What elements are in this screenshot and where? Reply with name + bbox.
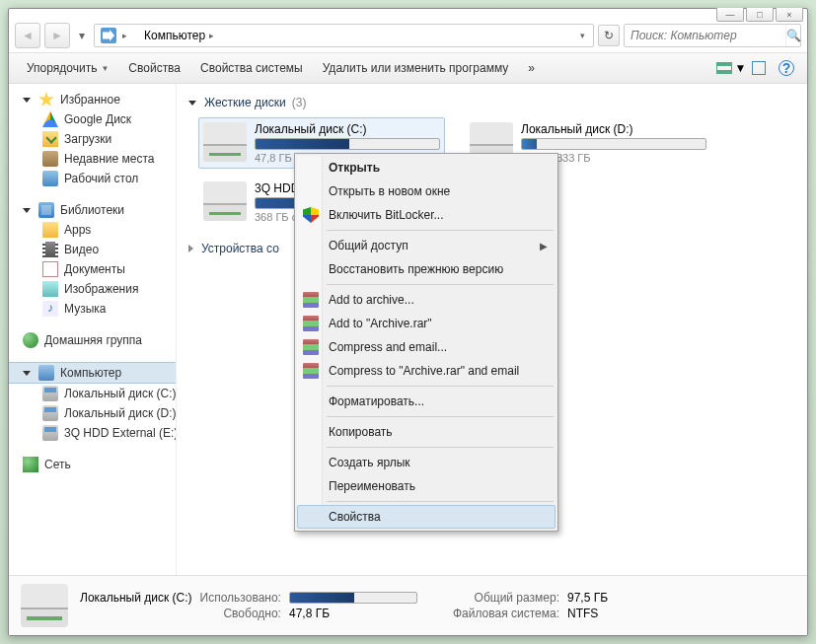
expand-icon — [188, 245, 193, 252]
ctx-share[interactable]: Общий доступ▶ — [297, 234, 556, 257]
search-input[interactable] — [625, 29, 785, 42]
separator — [327, 230, 554, 231]
breadcrumb-item[interactable]: Компьютер — [144, 29, 205, 42]
ctx-copy[interactable]: Копировать — [297, 420, 556, 444]
sidebar-item-images[interactable]: Изображения — [9, 279, 176, 299]
ctx-add-archive[interactable]: Add to archive... — [297, 288, 556, 312]
chevron-right-icon: ▸ — [205, 31, 218, 40]
document-icon — [42, 261, 58, 277]
address-dropdown[interactable]: ▾ — [576, 31, 589, 40]
ctx-create-shortcut[interactable]: Создать ярлык — [297, 451, 556, 474]
total-label: Общий размер: — [453, 591, 559, 605]
context-menu: Открыть Открыть в новом окне Включить Bi… — [294, 153, 558, 532]
ctx-restore-version[interactable]: Восстановить прежнюю версию — [297, 257, 556, 281]
sidebar-item-video[interactable]: Видео — [9, 240, 176, 259]
sidebar-item-gdrive[interactable]: Google Диск — [9, 109, 176, 129]
drive-label: Локальный диск (D:) — [521, 122, 706, 136]
drive-label: Локальный диск (C:) — [255, 122, 440, 136]
separator — [327, 386, 554, 387]
star-icon — [38, 92, 54, 107]
hdd-icon — [42, 405, 58, 421]
gdrive-icon — [42, 111, 58, 127]
usage-bar — [289, 592, 417, 604]
more-commands[interactable]: » — [520, 57, 543, 79]
usage-fill — [290, 593, 354, 603]
sidebar-item-recent[interactable]: Недавние места — [9, 149, 176, 169]
ctx-add-to-rar[interactable]: Add to "Archive.rar" — [297, 312, 556, 335]
refresh-button[interactable]: ↻ — [598, 25, 620, 46]
folder-icon — [42, 222, 58, 238]
titlebar: — □ × — [9, 8, 807, 19]
hdd-icon — [21, 584, 68, 627]
ctx-open[interactable]: Открыть — [297, 156, 556, 179]
history-dropdown[interactable]: ▾ — [74, 29, 90, 42]
sidebar-item-apps[interactable]: Apps — [9, 220, 176, 240]
separator — [327, 501, 554, 502]
homegroup-icon — [23, 332, 38, 348]
sidebar-item-drive-e[interactable]: 3Q HDD External (E:) — [9, 423, 176, 443]
collapse-icon — [23, 371, 31, 376]
computer-icon — [38, 365, 54, 381]
usage-fill — [522, 139, 537, 149]
downloads-icon — [42, 131, 58, 147]
hdd-icon — [42, 425, 58, 441]
sidebar-item-desktop[interactable]: Рабочий стол — [9, 169, 176, 188]
navigation-pane: Избранное Google Диск Загрузки Недавние … — [9, 84, 177, 575]
back-button[interactable]: ◄ — [15, 23, 40, 48]
sidebar-item-downloads[interactable]: Загрузки — [9, 129, 176, 149]
sidebar-item-drive-c[interactable]: Локальный диск (C:) — [9, 384, 176, 403]
desktop-icon — [42, 171, 58, 186]
hdd-icon — [203, 122, 247, 162]
ctx-compress-rar-email[interactable]: Compress to "Archive.rar" and email — [297, 359, 556, 383]
fs-label: Файловая система: — [453, 607, 559, 620]
help-button[interactable]: ? — [776, 57, 797, 79]
winrar-icon — [303, 363, 319, 379]
help-icon: ? — [779, 60, 794, 76]
ctx-open-new-window[interactable]: Открыть в новом окне — [297, 179, 556, 203]
computer-node[interactable]: Компьютер — [9, 362, 176, 384]
address-bar[interactable]: ▸ Компьютер▸ ▾ — [94, 24, 594, 47]
details-pane: Локальный диск (C:) Использовано: Общий … — [9, 575, 807, 635]
view-mode-button[interactable]: ▼ — [720, 57, 742, 79]
properties-button[interactable]: Свойства — [120, 57, 188, 79]
library-icon — [38, 202, 54, 218]
winrar-icon — [303, 339, 319, 355]
homegroup-node[interactable]: Домашняя группа — [9, 330, 176, 350]
preview-icon — [752, 61, 766, 75]
separator — [327, 416, 554, 417]
collapse-icon — [23, 98, 31, 103]
ctx-format[interactable]: Форматировать... — [297, 390, 556, 413]
hdd-icon — [203, 181, 247, 221]
sidebar-item-drive-d[interactable]: Локальный диск (D:) — [9, 403, 176, 423]
libraries-node[interactable]: Библиотеки — [9, 200, 176, 220]
usage-bar — [255, 138, 440, 150]
search-button[interactable]: 🔍 — [785, 25, 801, 46]
chevron-right-icon: ▸ — [118, 31, 131, 40]
uninstall-button[interactable]: Удалить или изменить программу — [315, 57, 517, 79]
search-box: 🔍 — [624, 24, 801, 47]
collapse-icon — [23, 208, 31, 213]
network-node[interactable]: Сеть — [9, 455, 176, 474]
forward-button[interactable]: ► — [44, 23, 70, 48]
ctx-properties[interactable]: Свойства — [297, 505, 556, 529]
free-value: 47,8 ГБ — [289, 607, 417, 620]
organize-menu[interactable]: Упорядочить▼ — [19, 57, 116, 79]
favorites-node[interactable]: Избранное — [9, 90, 176, 109]
nav-bar: ◄ ► ▾ ▸ Компьютер▸ ▾ ↻ 🔍 — [9, 19, 807, 53]
winrar-icon — [303, 292, 319, 308]
system-properties-button[interactable]: Свойства системы — [192, 57, 311, 79]
used-label: Использовано: — [200, 591, 281, 605]
minimize-button[interactable]: — — [716, 8, 744, 22]
details-title: Локальный диск (C:) — [80, 591, 192, 605]
video-icon — [42, 242, 58, 257]
ctx-bitlocker[interactable]: Включить BitLocker... — [297, 203, 556, 227]
maximize-button[interactable]: □ — [746, 8, 774, 22]
ctx-compress-email[interactable]: Compress and email... — [297, 335, 556, 359]
close-button[interactable]: × — [776, 8, 803, 22]
computer-icon — [101, 28, 116, 43]
preview-pane-button[interactable] — [748, 57, 770, 79]
sidebar-item-documents[interactable]: Документы — [9, 259, 176, 279]
group-header-hdd[interactable]: Жесткие диски(3) — [188, 96, 795, 109]
sidebar-item-music[interactable]: Музыка — [9, 299, 176, 319]
ctx-rename[interactable]: Переименовать — [297, 474, 556, 498]
